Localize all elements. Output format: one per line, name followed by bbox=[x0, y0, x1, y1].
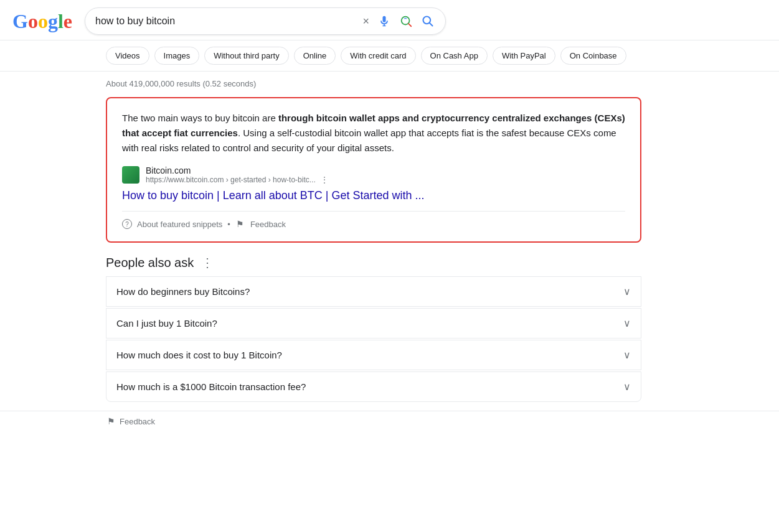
chip-on-coinbase-label: On Coinbase bbox=[570, 51, 617, 60]
chip-videos-label: Videos bbox=[115, 51, 140, 60]
header: G o o g l e × bbox=[0, 0, 779, 40]
bottom-feedback-flag-icon: ⚑ bbox=[106, 416, 116, 426]
chip-images[interactable]: Images bbox=[154, 47, 200, 65]
results-count: About 419,000,000 results (0.52 seconds) bbox=[106, 79, 767, 88]
lens-icon bbox=[399, 14, 413, 28]
bottom-feedback-link[interactable]: Feedback bbox=[120, 417, 155, 426]
chip-without-third-party-label: Without third party bbox=[214, 51, 280, 60]
chip-without-third-party[interactable]: Without third party bbox=[204, 47, 289, 65]
chip-with-paypal-label: With PayPal bbox=[502, 51, 546, 60]
paa-menu-icon[interactable]: ⋮ bbox=[201, 255, 214, 270]
about-snippets-label[interactable]: About featured snippets bbox=[137, 220, 222, 229]
svg-line-1 bbox=[408, 24, 411, 26]
source-url-text: https://www.bitcoin.com › get-started › … bbox=[146, 175, 316, 184]
chip-on-cash-app[interactable]: On Cash App bbox=[421, 47, 488, 65]
paa-item-1[interactable]: How do beginners buy Bitcoins? ∨ bbox=[106, 276, 641, 307]
paa-question-1: How do beginners buy Bitcoins? bbox=[116, 286, 250, 297]
logo-letter-g2: g bbox=[48, 10, 58, 33]
clear-icon: × bbox=[362, 15, 369, 28]
chip-images-label: Images bbox=[164, 51, 191, 60]
chevron-down-icon-4: ∨ bbox=[623, 381, 631, 393]
snippet-text-before: The two main ways to buy bitcoin are bbox=[122, 113, 278, 123]
svg-line-3 bbox=[430, 23, 433, 26]
feedback-flag-icon: ⚑ bbox=[235, 219, 245, 229]
snippet-source: Bitcoin.com https://www.bitcoin.com › ge… bbox=[122, 166, 625, 184]
chip-videos[interactable]: Videos bbox=[106, 47, 149, 65]
feedback-link[interactable]: Feedback bbox=[250, 220, 286, 229]
chevron-down-icon-3: ∨ bbox=[623, 349, 631, 361]
lens-search-button[interactable] bbox=[398, 13, 414, 29]
source-url: https://www.bitcoin.com › get-started › … bbox=[146, 175, 328, 184]
chip-on-coinbase[interactable]: On Coinbase bbox=[560, 47, 626, 65]
google-logo: G o o g l e bbox=[12, 10, 72, 33]
paa-question-4: How much is a $1000 Bitcoin transaction … bbox=[116, 381, 306, 392]
snippet-footer: ? About featured snippets • ⚑ Feedback bbox=[122, 211, 625, 229]
chip-online[interactable]: Online bbox=[294, 47, 336, 65]
favicon-icon bbox=[122, 166, 139, 184]
results-area: About 419,000,000 results (0.52 seconds)… bbox=[0, 72, 779, 411]
paa-item-3[interactable]: How much does it cost to buy 1 Bitcoin? … bbox=[106, 340, 641, 370]
logo-letter-o1: o bbox=[28, 10, 38, 33]
paa-question-3: How much does it cost to buy 1 Bitcoin? bbox=[116, 350, 282, 360]
chevron-down-icon-1: ∨ bbox=[623, 286, 631, 297]
snippet-link[interactable]: How to buy bitcoin | Learn all about BTC… bbox=[122, 189, 625, 202]
question-circle-icon: ? bbox=[122, 219, 132, 229]
search-chips-row: Videos Images Without third party Online… bbox=[0, 40, 779, 72]
paa-item-2[interactable]: Can I just buy 1 Bitcoin? ∨ bbox=[106, 308, 641, 338]
logo-letter-g: G bbox=[12, 10, 28, 33]
source-name: Bitcoin.com bbox=[146, 166, 328, 175]
chip-with-credit-card[interactable]: With credit card bbox=[341, 47, 415, 65]
source-url-dots-icon[interactable]: ⋮ bbox=[321, 175, 328, 184]
people-also-ask-section: People also ask ⋮ How do beginners buy B… bbox=[106, 255, 641, 402]
voice-search-button[interactable] bbox=[377, 14, 392, 29]
featured-snippet: The two main ways to buy bitcoin are thr… bbox=[106, 97, 641, 243]
chevron-down-icon-2: ∨ bbox=[623, 317, 631, 329]
logo-letter-l: l bbox=[58, 10, 64, 33]
paa-header: People also ask ⋮ bbox=[106, 255, 641, 270]
paa-question-2: Can I just buy 1 Bitcoin? bbox=[116, 318, 217, 329]
search-input[interactable] bbox=[95, 16, 361, 27]
logo-letter-o2: o bbox=[38, 10, 48, 33]
chip-online-label: Online bbox=[303, 51, 327, 60]
search-submit-button[interactable] bbox=[420, 14, 435, 29]
source-info: Bitcoin.com https://www.bitcoin.com › ge… bbox=[146, 166, 328, 184]
logo-letter-e: e bbox=[64, 10, 72, 33]
search-icon bbox=[422, 15, 434, 27]
search-icons: × bbox=[361, 13, 435, 29]
clear-button[interactable]: × bbox=[361, 14, 371, 29]
bottom-feedback-bar: ⚑ Feedback bbox=[0, 411, 779, 431]
chip-with-credit-card-label: With credit card bbox=[350, 51, 406, 60]
microphone-icon bbox=[378, 15, 390, 27]
paa-title: People also ask bbox=[106, 256, 194, 270]
paa-item-4[interactable]: How much is a $1000 Bitcoin transaction … bbox=[106, 371, 641, 402]
search-bar: × bbox=[85, 7, 446, 35]
separator-dot: • bbox=[227, 220, 230, 229]
chip-on-cash-app-label: On Cash App bbox=[430, 51, 478, 60]
chip-with-paypal[interactable]: With PayPal bbox=[493, 47, 555, 65]
snippet-text: The two main ways to buy bitcoin are thr… bbox=[122, 111, 625, 156]
